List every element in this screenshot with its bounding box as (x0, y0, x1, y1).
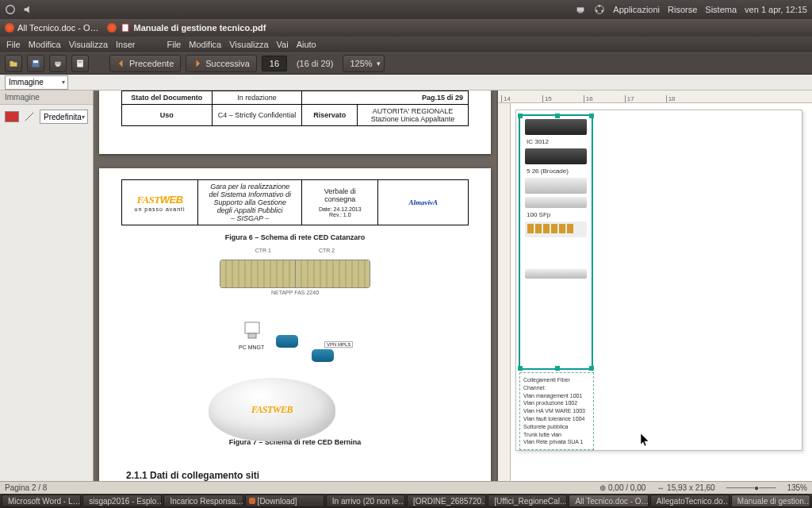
header-text: del Sistema Informativo di (203, 190, 297, 198)
ruler-tick: 16 (584, 95, 593, 102)
taskbar-item[interactable]: [Download] (245, 495, 324, 507)
svg-point-4 (599, 5, 600, 6)
figure-caption: Figura 6 – Schema di rete CED Catanzaro (121, 233, 469, 241)
svg-rect-8 (122, 25, 128, 32)
diagram-label: VPN MPLS (324, 341, 353, 348)
panel-system[interactable]: Sistema (705, 5, 737, 14)
taskbar-item[interactable]: [ORDINE_2685720… (407, 495, 486, 507)
open-button[interactable] (5, 55, 22, 72)
save-button[interactable] (27, 55, 44, 72)
selected-image-frame[interactable]: IC 3012 5 26 (Brocade) 100 SFp (519, 115, 592, 369)
zoom-slider[interactable]: ─────●─── (726, 483, 776, 492)
task-label: In arrivo (20 non le… (332, 497, 405, 506)
ubuntu-icon[interactable] (594, 4, 605, 15)
task-label: [Uffici_RegioneCal… (494, 497, 567, 506)
pc-icon (240, 319, 264, 343)
resize-handle[interactable] (589, 114, 594, 118)
status-page: Pagina 2 / 8 (5, 483, 47, 492)
window-tab-1[interactable]: All Tecnico.doc - O… (5, 23, 99, 33)
page-indicator: Pag.15 di 29 (422, 94, 463, 102)
combo-label: Predefinita (44, 113, 82, 121)
task-label: All Tecnico.doc - O… (575, 497, 648, 506)
tab-label: Manuale di gestione tecnico.pdf (134, 23, 266, 33)
prev-page-button[interactable]: Precedente (109, 55, 181, 72)
zoom-value: 125% (350, 59, 372, 68)
menu-file-pdf[interactable]: File (167, 40, 182, 49)
header-text: Verbale di (307, 187, 373, 195)
menu-go-pdf[interactable]: Vai (277, 40, 289, 49)
vertical-ruler (498, 103, 511, 494)
color-swatch[interactable] (5, 111, 19, 122)
line-icon[interactable] (24, 111, 35, 122)
taskbar-item[interactable]: [Uffici_RegioneCal… (488, 495, 567, 507)
taskbar-item[interactable]: Microsoft Word - L… (2, 495, 81, 507)
page-number-input[interactable] (262, 56, 287, 71)
ruler-tick: 18 (666, 95, 676, 102)
close-icon[interactable] (5, 23, 14, 33)
taskbar-item[interactable]: Manuale di gestion… (731, 495, 810, 507)
panel-clock[interactable]: ven 1 apr, 12:15 (745, 5, 807, 14)
print-button[interactable] (49, 55, 67, 72)
menu-view-bg[interactable]: Visualizza (69, 40, 108, 49)
resize-handle[interactable] (555, 366, 560, 371)
legend-item: Vlan produzione 1002 (523, 399, 590, 407)
close-icon[interactable] (107, 23, 117, 33)
ruler-tick: 15 (542, 95, 552, 102)
device-icon (525, 148, 587, 164)
diagram-label: PC MNGT (239, 344, 264, 350)
svg-point-5 (602, 10, 603, 12)
task-label: sisgap2016 - Esplo… (89, 497, 162, 506)
menu-insert-bg[interactable]: Inser (116, 40, 135, 49)
properties-button[interactable] (71, 55, 89, 72)
panel-resources[interactable]: Risorse (668, 5, 697, 14)
legend-item: Vlan HA VM WARE 1003 (523, 407, 590, 415)
printer-icon[interactable] (575, 4, 586, 15)
menu-view-pdf[interactable]: Visualizza (229, 40, 268, 49)
device-icon (525, 269, 587, 279)
device-caption: 5 26 (Brocade) (520, 167, 592, 175)
taskbar-item[interactable]: Incarico Responsa… (163, 495, 243, 507)
resize-handle[interactable] (589, 366, 594, 371)
volume-icon[interactable] (22, 4, 33, 15)
taskbar-item[interactable]: AllegatoTecnico.do… (650, 495, 730, 507)
style-combo[interactable]: Predefinita (40, 110, 88, 124)
resize-handle[interactable] (555, 114, 560, 118)
menu-file-bg[interactable]: File (6, 40, 21, 49)
image-combo[interactable]: Immagine (5, 75, 68, 90)
next-page-button[interactable]: Successiva (186, 55, 257, 72)
legend-item: Trunk tutte vlan (523, 431, 590, 439)
svg-rect-12 (56, 65, 60, 67)
cell-value: In redazione (212, 91, 302, 105)
lo-document-area[interactable]: 14 15 16 17 18 IC 3012 5 26 (Brocade) (498, 90, 812, 494)
network-icon[interactable] (5, 4, 16, 15)
legend-item: Sottorete pubblica (523, 423, 590, 431)
prev-label: Precedente (129, 59, 174, 68)
legend-box: Collegamenti Fiber Channel: Vlan managem… (519, 372, 594, 450)
taskbar-item[interactable]: In arrivo (20 non le… (326, 495, 405, 507)
svg-rect-10 (33, 60, 38, 63)
menu-help-pdf[interactable]: Aiuto (297, 40, 316, 49)
menu-edit-bg[interactable]: Modifica (29, 40, 61, 49)
zoom-select[interactable]: 125% (343, 55, 384, 72)
header-text: Gara per la realizzazione (203, 183, 297, 190)
status-size: ↔ 15,93 x 21,60 (657, 483, 714, 492)
resize-handle[interactable] (518, 114, 523, 118)
lo-page[interactable]: IC 3012 5 26 (Brocade) 100 SFp Collegame… (515, 110, 802, 451)
header-text: – SISGAP – (203, 214, 297, 222)
arrow-right-icon (193, 59, 202, 68)
taskbar-item[interactable]: sisgap2016 - Esplo… (82, 495, 162, 507)
network-diagram: CTR 1 CTR 2 NETAPP FAS 2240 PC MNGT VPN … (121, 248, 469, 406)
window-tab-2[interactable]: Manuale di gestione tecnico.pdf (107, 22, 266, 33)
pdf-scroll[interactable]: Stato del Documento In redazione Pag.15 … (94, 90, 496, 494)
panel-applications[interactable]: Applicazioni (613, 5, 660, 14)
resize-handle[interactable] (518, 366, 523, 371)
cell-value: AUTORITA' REGIONALE (362, 107, 463, 115)
main-toolbar: Precedente Successiva (16 di 29) 125% (0, 52, 812, 75)
taskbar-item[interactable]: All Tecnico.doc - O… (569, 495, 648, 507)
device-icon (525, 221, 587, 237)
status-zoom: 135% (787, 483, 807, 492)
top-panel: Applicazioni Risorse Sistema ven 1 apr, … (0, 0, 812, 19)
diagram-label: NETAPP FAS 2240 (121, 290, 469, 295)
menu-edit-pdf[interactable]: Modifica (189, 40, 221, 49)
svg-point-0 (6, 6, 15, 14)
